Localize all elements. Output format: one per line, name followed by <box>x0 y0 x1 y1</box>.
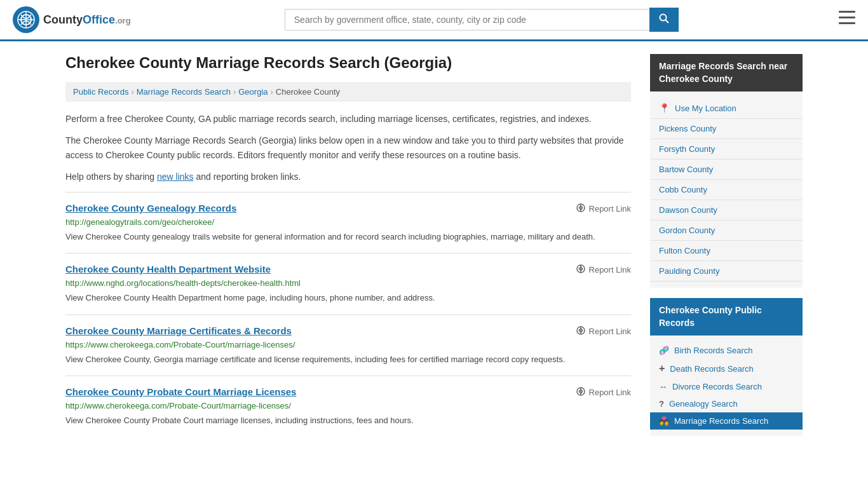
birth-icon: 🧬 <box>659 346 669 355</box>
use-my-location-link[interactable]: Use My Location <box>675 104 736 113</box>
logo-text: CountyOffice.org <box>43 13 131 27</box>
death-icon: + <box>659 363 665 374</box>
record-item: Cherokee County Probate Court Marriage L… <box>65 376 631 437</box>
new-links-link[interactable]: new links <box>157 172 194 182</box>
record-url-1: http://www.nghd.org/locations/health-dep… <box>65 278 631 288</box>
record-title-2[interactable]: Cherokee County Marriage Certificates & … <box>65 325 292 336</box>
public-record-item[interactable]: ?Genealogy Search <box>650 395 803 412</box>
record-desc-2: View Cherokee County, Georgia marriage c… <box>65 353 631 366</box>
public-record-item[interactable]: +Death Records Search <box>650 359 803 378</box>
report-link-1[interactable]: Report Link <box>576 264 631 276</box>
nearby-body: 📍 Use My Location Pickens CountyForsyth … <box>650 92 803 288</box>
description-3: Help others by sharing new links and rep… <box>65 170 631 184</box>
use-my-location-item[interactable]: 📍 Use My Location <box>650 98 803 119</box>
record-item: Cherokee County Genealogy Records Report… <box>65 192 631 254</box>
search-area <box>285 8 679 32</box>
record-desc-3: View Cherokee County Probate Court marri… <box>65 414 631 427</box>
search-input[interactable] <box>285 9 649 30</box>
public-record-item[interactable]: 💑Marriage Records Search <box>650 412 803 430</box>
nearby-county-item[interactable]: Forsyth County <box>650 139 803 159</box>
public-record-link-2[interactable]: Divorce Records Search <box>672 382 762 391</box>
nearby-county-item[interactable]: Paulding County <box>650 261 803 281</box>
public-record-link-1[interactable]: Death Records Search <box>670 364 754 374</box>
record-url-3: http://www.cherokeega.com/Probate-Court/… <box>65 401 631 410</box>
report-link-3[interactable]: Report Link <box>576 386 631 398</box>
logo-area: CountyOffice.org <box>13 6 131 33</box>
report-link-0[interactable]: Report Link <box>576 203 631 215</box>
nearby-county-link-7[interactable]: Paulding County <box>659 266 719 276</box>
report-icon-3 <box>576 386 586 398</box>
public-records-title: Cherokee County Public Records <box>650 298 803 336</box>
nearby-section: Marriage Records Search near Cherokee Co… <box>650 54 803 288</box>
nearby-county-item[interactable]: Gordon County <box>650 220 803 241</box>
svg-rect-8 <box>839 22 855 24</box>
nearby-county-link-5[interactable]: Gordon County <box>659 226 715 235</box>
location-pin-icon: 📍 <box>659 103 670 113</box>
divorce-icon: ↔ <box>659 382 667 391</box>
nearby-county-link-2[interactable]: Bartow County <box>659 165 713 174</box>
report-icon-1 <box>576 264 586 276</box>
marriage-icon: 💑 <box>659 416 669 426</box>
record-url-0: http://genealogytrails.com/geo/cherokee/ <box>65 217 631 227</box>
header: CountyOffice.org <box>0 0 868 41</box>
nearby-county-item[interactable]: Bartow County <box>650 159 803 180</box>
nearby-title: Marriage Records Search near Cherokee Co… <box>650 54 803 92</box>
record-title-0[interactable]: Cherokee County Genealogy Records <box>65 203 236 214</box>
breadcrumb: Public Records › Marriage Records Search… <box>65 82 631 102</box>
nearby-county-item[interactable]: Dawson County <box>650 200 803 220</box>
records-list: Cherokee County Genealogy Records Report… <box>65 192 631 437</box>
public-records-body: 🧬Birth Records Search+Death Records Sear… <box>650 336 803 436</box>
report-icon-2 <box>576 325 586 337</box>
breadcrumb-georgia[interactable]: Georgia <box>238 87 268 97</box>
hamburger-menu-icon[interactable] <box>839 11 855 29</box>
nearby-counties-list: Pickens CountyForsyth CountyBartow Count… <box>650 119 803 281</box>
record-title-3[interactable]: Cherokee County Probate Court Marriage L… <box>65 386 296 397</box>
nearby-county-item[interactable]: Cobb County <box>650 180 803 200</box>
nearby-county-link-1[interactable]: Forsyth County <box>659 144 715 154</box>
nearby-county-link-3[interactable]: Cobb County <box>659 185 707 194</box>
breadcrumb-marriage-records-search[interactable]: Marriage Records Search <box>137 87 231 97</box>
record-desc-0: View Cherokee County genealogy trails we… <box>65 231 631 243</box>
record-desc-1: View Cherokee County Health Department h… <box>65 292 631 304</box>
nearby-county-link-4[interactable]: Dawson County <box>659 205 717 215</box>
public-record-item[interactable]: ↔Divorce Records Search <box>650 378 803 395</box>
content-area: Cherokee County Marriage Records Search … <box>65 54 631 446</box>
search-button[interactable] <box>649 8 679 32</box>
svg-point-4 <box>660 15 666 21</box>
breadcrumb-public-records[interactable]: Public Records <box>73 87 128 97</box>
page-title: Cherokee County Marriage Records Search … <box>65 54 631 72</box>
genealogy-icon: ? <box>659 399 664 409</box>
svg-rect-6 <box>839 11 855 13</box>
svg-rect-7 <box>839 17 855 18</box>
nearby-county-link-6[interactable]: Fulton County <box>659 246 710 255</box>
public-record-link-0[interactable]: Birth Records Search <box>674 346 753 355</box>
nearby-county-item[interactable]: Fulton County <box>650 241 803 261</box>
public-record-link-3[interactable]: Genealogy Search <box>669 399 738 409</box>
nearby-county-link-0[interactable]: Pickens County <box>659 124 716 133</box>
public-record-link-4[interactable]: Marriage Records Search <box>674 416 768 426</box>
nearby-county-item[interactable]: Pickens County <box>650 119 803 139</box>
public-records-section: Cherokee County Public Records 🧬Birth Re… <box>650 298 803 436</box>
main-container: Cherokee County Marriage Records Search … <box>53 41 815 459</box>
sidebar: Marriage Records Search near Cherokee Co… <box>650 54 803 446</box>
description-2: The Cherokee County Marriage Records Sea… <box>65 133 631 162</box>
record-item: Cherokee County Health Department Websit… <box>65 253 631 315</box>
description-1: Perform a free Cherokee County, GA publi… <box>65 112 631 126</box>
breadcrumb-current: Cherokee County <box>276 87 340 97</box>
record-item: Cherokee County Marriage Certificates & … <box>65 315 631 376</box>
public-record-item[interactable]: 🧬Birth Records Search <box>650 342 803 359</box>
report-icon-0 <box>576 203 586 215</box>
record-url-2: https://www.cherokeega.com/Probate-Court… <box>65 340 631 349</box>
record-title-1[interactable]: Cherokee County Health Department Websit… <box>65 264 271 274</box>
public-records-list: 🧬Birth Records Search+Death Records Sear… <box>650 342 803 430</box>
svg-line-5 <box>665 20 668 24</box>
logo-icon <box>13 6 39 33</box>
report-link-2[interactable]: Report Link <box>576 325 631 337</box>
